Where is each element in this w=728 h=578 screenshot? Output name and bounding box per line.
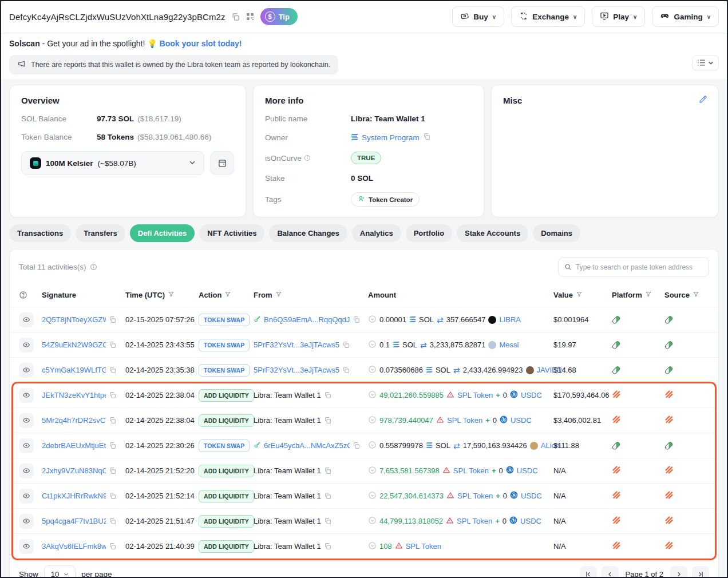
token-link[interactable]: SPL Token: [457, 492, 493, 500]
copy-from-icon[interactable]: [324, 517, 331, 525]
token-link[interactable]: SPL Token: [453, 466, 489, 475]
copy-owner-icon[interactable]: [423, 133, 430, 142]
play-menu-button[interactable]: Play∨: [592, 6, 645, 27]
meteora-platform-icon[interactable]: [612, 465, 621, 476]
copy-from-icon[interactable]: [324, 467, 331, 474]
token-creator-tag[interactable]: Token Creator: [351, 192, 420, 207]
ad-link[interactable]: Book your slot today!: [160, 39, 242, 48]
search-input[interactable]: [576, 263, 703, 271]
portfolio-button[interactable]: [210, 151, 234, 175]
copy-signature-icon[interactable]: [109, 341, 116, 349]
copy-from-icon[interactable]: [324, 492, 331, 500]
pump-platform-icon[interactable]: [611, 315, 620, 324]
from-address[interactable]: 5PrF32YsVt...3eJjTAcws5: [254, 341, 339, 349]
edit-misc-icon[interactable]: [698, 94, 708, 106]
signature-link[interactable]: Ct1pkXJHRrRwkN9G...: [42, 492, 106, 500]
meteora-source-icon[interactable]: [664, 516, 674, 526]
copy-from-icon[interactable]: [324, 543, 331, 550]
token-holdings-select[interactable]: 100M Kelsier (~$58.07B): [21, 151, 204, 175]
token-search[interactable]: [558, 257, 709, 277]
meteora-source-icon[interactable]: [664, 415, 674, 426]
copy-signature-icon[interactable]: [109, 417, 116, 424]
copy-from-icon[interactable]: [353, 442, 360, 449]
filter-action-icon[interactable]: [224, 291, 231, 299]
pump-platform-icon[interactable]: [611, 441, 620, 450]
pump-source-icon[interactable]: [664, 315, 673, 324]
tip-button[interactable]: $ Tip: [260, 8, 298, 25]
tab-nft-activities[interactable]: NFT Activities: [199, 224, 264, 242]
tab-analytics[interactable]: Analytics: [352, 224, 401, 242]
signature-link[interactable]: 2Q5T8jNToeyXGZWL...: [42, 315, 106, 324]
list-view-button[interactable]: [692, 55, 719, 70]
signature-link[interactable]: c5YmGaK19WLfTG1...: [42, 366, 106, 374]
copy-signature-icon[interactable]: [109, 543, 116, 550]
meteora-source-icon[interactable]: [664, 541, 674, 552]
from-address[interactable]: 5PrF32YsVt...3eJjTAcws5: [254, 366, 339, 374]
signature-link[interactable]: 54Z9uEkN2W9GZC7...: [42, 341, 106, 349]
copy-signature-icon[interactable]: [109, 366, 116, 374]
copy-from-icon[interactable]: [342, 366, 350, 374]
tab-balance-changes[interactable]: Balance Changes: [269, 224, 347, 242]
view-details-button[interactable]: [19, 388, 34, 403]
pump-source-icon[interactable]: [664, 340, 673, 349]
token-link[interactable]: USDC: [521, 492, 542, 500]
page-size-select[interactable]: 10: [44, 565, 76, 578]
pump-source-icon[interactable]: [664, 365, 673, 374]
from-address[interactable]: 6rEu45ycbA...NMcAxZ5zQ9: [264, 441, 350, 450]
copy-signature-icon[interactable]: [109, 316, 116, 323]
tab-transfers[interactable]: Transfers: [76, 224, 125, 242]
from-address[interactable]: Bn6QS9aEmA...RqqQqdJZZM: [264, 315, 350, 324]
view-details-button[interactable]: [19, 438, 34, 453]
copy-signature-icon[interactable]: [109, 467, 116, 474]
prev-page-button[interactable]: [602, 566, 619, 578]
token-link[interactable]: SPL Token: [406, 542, 441, 551]
pump-platform-icon[interactable]: [611, 365, 620, 374]
meteora-source-icon[interactable]: [664, 390, 674, 401]
tab-defi-activities[interactable]: Defi Activities: [130, 224, 195, 242]
copy-address-icon[interactable]: [231, 13, 240, 21]
owner-link[interactable]: System Program: [362, 133, 420, 142]
signature-link[interactable]: JEkTN3zeKvY1htpeS...: [42, 391, 106, 399]
signature-link[interactable]: 5Mr2q4h7rDR2svCW...: [42, 416, 106, 425]
tab-domains[interactable]: Domains: [533, 224, 580, 242]
copy-from-icon[interactable]: [353, 316, 360, 323]
copy-signature-icon[interactable]: [109, 517, 116, 525]
last-page-button[interactable]: [692, 566, 709, 578]
meteora-platform-icon[interactable]: [612, 516, 621, 526]
next-page-button[interactable]: [670, 566, 687, 578]
signature-link[interactable]: 2Jxhy9VZuN83NqCp...: [42, 466, 106, 475]
copy-from-icon[interactable]: [324, 391, 331, 399]
view-details-button[interactable]: [19, 464, 34, 478]
copy-signature-icon[interactable]: [109, 442, 116, 449]
token-link[interactable]: SPL Token: [447, 416, 482, 425]
meteora-platform-icon[interactable]: [612, 390, 621, 401]
copy-signature-icon[interactable]: [109, 391, 116, 399]
exchange-menu-button[interactable]: Exchange∨: [511, 6, 585, 27]
meteora-source-icon[interactable]: [664, 465, 674, 476]
signature-link[interactable]: 2debrBAEUxMtjuEt5...: [42, 441, 106, 450]
filter-time-icon[interactable]: [168, 291, 175, 299]
buy-menu-button[interactable]: Buy∨: [452, 6, 504, 27]
view-details-button[interactable]: [19, 539, 34, 554]
token-link[interactable]: USDC: [521, 391, 542, 399]
pump-source-icon[interactable]: [664, 441, 673, 450]
view-details-button[interactable]: [19, 312, 34, 327]
meteora-source-icon[interactable]: [664, 490, 674, 501]
token-link[interactable]: LIBRA: [499, 315, 521, 324]
filter-source-icon[interactable]: [693, 291, 699, 299]
gaming-menu-button[interactable]: Gaming∨: [652, 6, 719, 27]
first-page-button[interactable]: [580, 566, 597, 578]
token-link[interactable]: USDC: [511, 416, 532, 425]
tab-portfolio[interactable]: Portfolio: [406, 224, 452, 242]
copy-from-icon[interactable]: [324, 417, 331, 424]
tab-stake-accounts[interactable]: Stake Accounts: [457, 224, 528, 242]
view-details-button[interactable]: [19, 363, 34, 378]
token-link[interactable]: SPL Token: [457, 517, 492, 525]
view-details-button[interactable]: [19, 489, 34, 504]
filter-from-icon[interactable]: [275, 291, 282, 299]
view-details-button[interactable]: [19, 413, 34, 428]
copy-from-icon[interactable]: [342, 341, 350, 349]
meteora-platform-icon[interactable]: [612, 541, 621, 552]
token-link[interactable]: Messi: [499, 341, 519, 349]
tab-transactions[interactable]: Transactions: [9, 224, 71, 242]
